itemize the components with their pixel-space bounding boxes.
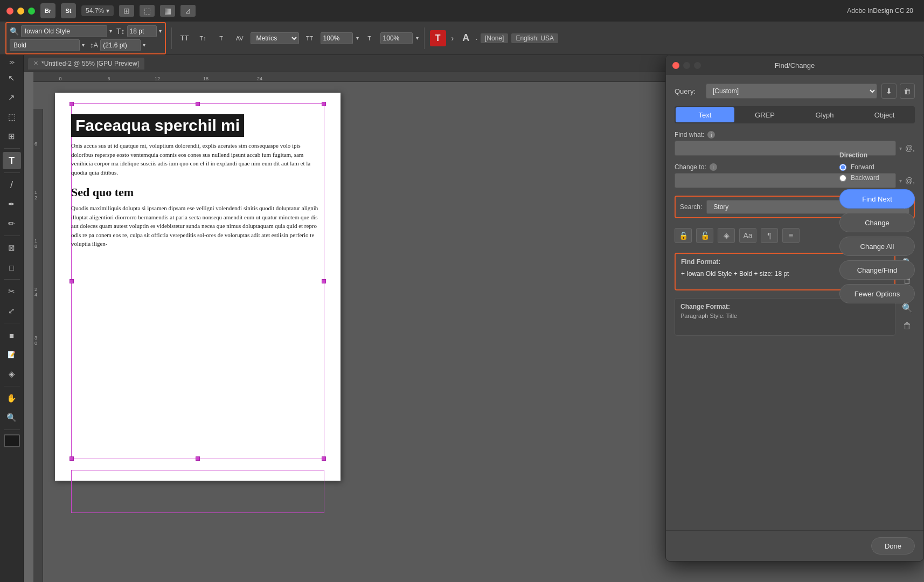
page-tool-btn[interactable]: ⬚	[3, 108, 21, 126]
query-select[interactable]: [Custom]	[706, 84, 877, 99]
page-canvas: Faceaqua sperchil mi Onis accus sus ut i…	[55, 93, 341, 481]
type-tool-btn[interactable]: T	[3, 152, 21, 169]
direction-title: Direction	[839, 151, 915, 159]
zoom-arrow: ▾	[106, 7, 109, 15]
query-row: Query: [Custom] ⬇ 🗑	[675, 84, 915, 99]
layout-icon[interactable]: ⊞	[119, 5, 134, 17]
font-family-arrow: ▾	[109, 28, 112, 34]
gap-tool-btn[interactable]: ⊞	[3, 128, 21, 145]
tab-glyph-btn[interactable]: Glyph	[795, 107, 854, 122]
font-section: 🔍 ▾ T↕ ▾ ▾ ↕A ▾	[5, 22, 166, 54]
query-label: Query:	[675, 87, 701, 95]
pen-tool-btn[interactable]: ✒	[3, 196, 21, 213]
zoom-tool-btn[interactable]: 🔍	[3, 409, 21, 426]
para-style-A: A	[462, 32, 469, 44]
st-icon[interactable]: St	[61, 3, 76, 18]
lock-icon-btn[interactable]: 🔒	[675, 228, 692, 243]
case-icon-btn[interactable]: Aa	[739, 228, 756, 243]
view-icon[interactable]: ⬚	[140, 5, 155, 17]
forward-radio[interactable]	[839, 164, 846, 171]
backward-radio[interactable]	[839, 175, 846, 182]
change-all-btn[interactable]: Change All	[839, 237, 915, 256]
ruler-vertical: 6 12 18 24 30	[33, 109, 43, 582]
tab-grep-btn[interactable]: GREP	[735, 107, 794, 122]
rect-frame-btn[interactable]: ⊠	[3, 239, 21, 257]
handle-ml	[70, 279, 74, 283]
para-icon-btn[interactable]: ¶	[761, 228, 778, 243]
ruler-mark-18: 18	[34, 238, 37, 249]
query-actions: ⬇ 🗑	[881, 84, 915, 99]
close-button[interactable]	[6, 8, 13, 15]
body-text-2: Quodis maximiliquis dolupta si ipsamen d…	[71, 204, 324, 248]
forward-radio-row: Forward	[839, 163, 915, 171]
send-icon[interactable]: ⊿	[180, 5, 196, 17]
note-btn[interactable]: 📝	[3, 346, 21, 363]
change-format-trash-icon[interactable]: 🗑	[900, 318, 915, 334]
eyedropper-btn[interactable]: ◈	[3, 365, 21, 383]
pencil-tool-btn[interactable]: ✏	[3, 215, 21, 232]
leading-input[interactable]	[100, 39, 141, 51]
zoom-control[interactable]: 54.7% ▾	[81, 5, 114, 16]
save-query-btn[interactable]: ⬇	[881, 84, 897, 99]
dialog-minimize-btn[interactable]	[683, 62, 690, 69]
leading-icon: ↕A	[90, 41, 98, 49]
tool-sep-1	[4, 148, 20, 149]
dialog-close-btn[interactable]	[672, 62, 679, 69]
scissors-btn[interactable]: ✂	[3, 283, 21, 300]
shape-tool-btn[interactable]: □	[3, 259, 21, 276]
handle-mr	[322, 279, 326, 283]
tt-style-3[interactable]: T	[214, 31, 229, 45]
backward-label: Backward	[851, 174, 879, 182]
document-heading: Faceaqua sperchil mi	[71, 114, 244, 137]
tab-text-btn[interactable]: Text	[676, 107, 734, 122]
tool-sep-5	[4, 323, 20, 323]
line-tool-btn[interactable]: /	[3, 176, 21, 193]
font-size-input[interactable]	[127, 25, 157, 37]
minimize-button[interactable]	[17, 8, 24, 15]
font-family-input[interactable]	[21, 25, 107, 37]
transform-btn[interactable]: ⤢	[3, 302, 21, 320]
delete-query-btn[interactable]: 🗑	[900, 84, 915, 99]
change-format-section: Change Format: Paragraph Style: Title 🔍 …	[675, 298, 915, 336]
gradient-btn[interactable]: ■	[3, 327, 21, 344]
tracking-value-1[interactable]	[321, 32, 353, 44]
select-tool-btn[interactable]: ↖	[3, 70, 21, 87]
ruler-mark-6: 6	[34, 141, 37, 147]
fewer-options-btn[interactable]: Fewer Options	[839, 284, 915, 303]
document-tab[interactable]: ✕ *Untitled-2 @ 55% [GPU Preview]	[28, 58, 144, 70]
chevron-right-icon: ›	[451, 34, 454, 43]
maximize-button[interactable]	[28, 8, 35, 15]
handle-tm	[196, 102, 200, 106]
unlock-icon-btn[interactable]: 🔓	[696, 228, 713, 243]
layers-icon-btn[interactable]: ◈	[718, 228, 735, 243]
kerning-select[interactable]: Metrics	[251, 32, 299, 44]
workspace-icon[interactable]: ▦	[160, 5, 175, 17]
hand-tool-btn[interactable]: ✋	[3, 390, 21, 407]
dialog-zoom-btn[interactable]	[694, 62, 701, 69]
tracking-value-2[interactable]	[380, 32, 413, 44]
direct-select-btn[interactable]: ↗	[3, 89, 21, 106]
find-next-btn[interactable]: Find Next	[839, 189, 915, 209]
change-find-btn[interactable]: Change/Find	[839, 260, 915, 280]
whitespace-icon-btn[interactable]: ≡	[782, 228, 800, 243]
fill-stroke-indicator[interactable]	[4, 434, 20, 447]
handle-tr	[322, 102, 326, 106]
tab-close-icon[interactable]: ✕	[33, 60, 38, 67]
tab-label: *Untitled-2 @ 55% [GPU Preview]	[41, 60, 139, 67]
empty-frame	[71, 470, 324, 513]
tab-object-btn[interactable]: Object	[855, 107, 914, 122]
tt-tracking-1[interactable]: TT	[302, 31, 317, 45]
font-style-input[interactable]	[10, 39, 80, 51]
toolbar-expand-icon[interactable]: ≫	[9, 59, 15, 65]
done-btn[interactable]: Done	[871, 537, 915, 555]
tt-tracking-2[interactable]: T	[362, 31, 377, 45]
search-label: Search:	[680, 203, 702, 211]
tt-style-2[interactable]: T↑	[196, 31, 211, 45]
br-icon[interactable]: Br	[40, 3, 55, 18]
change-btn[interactable]: Change	[839, 213, 915, 232]
tt-style-1[interactable]: TT	[177, 31, 192, 45]
kern-adj-icon[interactable]: AV	[232, 31, 247, 45]
text-frame[interactable]: Faceaqua sperchil mi Onis accus sus ut i…	[71, 114, 324, 257]
char-style-indicator[interactable]: T	[430, 30, 446, 46]
canvas-area: ✕ *Untitled-2 @ 55% [GPU Preview] 0 6 12…	[24, 55, 924, 582]
